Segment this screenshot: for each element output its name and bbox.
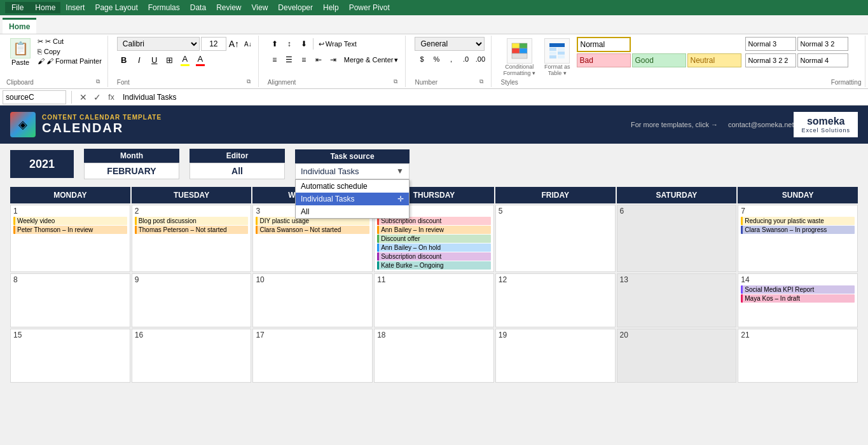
tab-home[interactable]: Home: [3, 18, 36, 34]
copy-button[interactable]: ⎘ Copy: [36, 47, 104, 56]
clipboard-expand-icon[interactable]: ⧉: [96, 78, 104, 86]
underline-button[interactable]: U: [148, 53, 162, 67]
font-size-input[interactable]: [201, 37, 226, 51]
align-bottom-button[interactable]: ⬇: [297, 37, 311, 51]
wrap-text-icon: ↩: [319, 40, 324, 48]
border-button[interactable]: ⊞: [163, 53, 177, 67]
menu-power-pivot[interactable]: Power Pivot: [344, 2, 395, 13]
task-source-dropdown[interactable]: Individual Tasks ▼: [295, 163, 410, 179]
percent-button[interactable]: %: [429, 53, 443, 65]
cell-wed-17[interactable]: 17: [252, 329, 373, 383]
normal32-style[interactable]: Normal 3 2: [797, 37, 848, 51]
menu-home[interactable]: Home: [30, 2, 60, 13]
formula-input[interactable]: [120, 90, 865, 104]
someka-logo[interactable]: someka Excel Solutions: [794, 112, 858, 137]
font-expand-icon[interactable]: ⧉: [247, 78, 254, 86]
fill-color-button[interactable]: A: [178, 53, 192, 67]
date-10: 10: [256, 275, 369, 284]
cut-button[interactable]: ✂ ✂ Cut: [36, 37, 104, 46]
normal4-style[interactable]: Normal 4: [797, 53, 848, 67]
date-7: 7: [741, 207, 855, 216]
align-middle-button[interactable]: ↕: [282, 37, 296, 51]
cell-sun-14[interactable]: 14 Social Media KPI Report Maya Kos – In…: [738, 273, 858, 327]
dropdown-option-individual[interactable]: Individual Tasks ✛: [296, 193, 409, 205]
bold-button[interactable]: B: [117, 53, 131, 67]
normal-style-input[interactable]: [577, 37, 631, 52]
cell-tue-16[interactable]: 16: [132, 329, 252, 383]
template-link[interactable]: For more templates, click →: [631, 121, 718, 128]
merge-dropdown-icon[interactable]: ▾: [394, 56, 398, 64]
cell-fri-5[interactable]: 5: [495, 205, 616, 272]
font-color-button[interactable]: A: [193, 53, 207, 67]
cell-tue-2[interactable]: 2 Blog post discussion Thomas Peterson –…: [132, 205, 252, 272]
increase-font-button[interactable]: A↑: [228, 38, 240, 50]
decrease-font-button[interactable]: A↓: [242, 38, 254, 50]
year-button[interactable]: 2021: [10, 150, 74, 178]
app-logo-icon: ◈: [10, 112, 36, 137]
insert-function-button[interactable]: fx: [105, 91, 118, 104]
dropdown-option-auto[interactable]: Automatic schedule: [296, 180, 409, 193]
task-source-value-text: Individual Tasks: [301, 167, 359, 176]
align-right-button[interactable]: ≡: [297, 53, 311, 67]
increase-decimal-button[interactable]: .00: [473, 53, 487, 65]
cell-fri-12[interactable]: 12: [495, 273, 616, 327]
event-ann-bailey-review: Ann Bailey – In review: [377, 226, 491, 234]
name-box-input[interactable]: [3, 90, 66, 104]
menu-help[interactable]: Help: [318, 2, 344, 13]
neutral-style[interactable]: Neutral: [687, 53, 741, 67]
header-subtitle: CONTENT CALENDAR TEMPLATE: [42, 114, 162, 121]
menu-formulas[interactable]: Formulas: [143, 2, 185, 13]
menu-developer[interactable]: Developer: [273, 2, 318, 13]
alignment-expand-icon[interactable]: ⧉: [394, 78, 401, 86]
align-center-button[interactable]: ☰: [282, 53, 296, 67]
contact-info: contact@someka.net: [728, 121, 794, 128]
cell-sat-13[interactable]: 13: [617, 273, 737, 327]
date-5: 5: [499, 207, 612, 216]
merge-center-button[interactable]: Merge & Center ▾: [341, 54, 402, 66]
good-style[interactable]: Good: [632, 53, 686, 67]
decrease-decimal-button[interactable]: .0: [458, 53, 472, 65]
increase-indent-button[interactable]: ⇥: [326, 53, 340, 67]
menu-insert[interactable]: Insert: [60, 2, 90, 13]
cell-tue-9[interactable]: 9: [132, 273, 252, 327]
comma-button[interactable]: ,: [444, 53, 458, 65]
wrap-text-button[interactable]: ↩ Wrap Text: [315, 38, 360, 50]
dropdown-option-all[interactable]: All: [296, 205, 409, 218]
align-left-button[interactable]: ≡: [268, 53, 282, 67]
cell-fri-19[interactable]: 19: [495, 329, 616, 383]
font-group-label: Font: [117, 78, 130, 86]
cell-thu-18[interactable]: 18: [374, 329, 494, 383]
cell-sun-7[interactable]: 7 Reducing your plastic waste Clara Swan…: [738, 205, 858, 272]
number-format-select[interactable]: General: [415, 37, 485, 51]
svg-rect-0: [512, 43, 520, 48]
font-name-select[interactable]: Calibri: [117, 37, 200, 51]
bad-style[interactable]: Bad: [577, 53, 631, 67]
conditional-formatting-button[interactable]: ConditionalFormatting ▾: [500, 37, 538, 78]
number-expand-icon[interactable]: ⧉: [479, 78, 487, 86]
menu-data[interactable]: Data: [185, 2, 211, 13]
cell-wed-10[interactable]: 10: [252, 273, 373, 327]
cell-thu-11[interactable]: 11: [374, 273, 494, 327]
cancel-formula-button[interactable]: ✕: [77, 91, 90, 104]
cell-mon-8[interactable]: 8: [10, 273, 130, 327]
confirm-formula-button[interactable]: ✓: [91, 91, 104, 104]
decrease-indent-button[interactable]: ⇤: [312, 53, 326, 67]
cell-sat-6[interactable]: 6: [617, 205, 737, 272]
normal3-style[interactable]: Normal 3: [745, 37, 796, 51]
menu-file[interactable]: File: [5, 2, 30, 13]
menu-page-layout[interactable]: Page Layout: [90, 2, 142, 13]
cell-sat-20[interactable]: 20: [617, 329, 737, 383]
italic-button[interactable]: I: [132, 53, 146, 67]
menu-view[interactable]: View: [247, 2, 273, 13]
cell-mon-15[interactable]: 15: [10, 329, 130, 383]
cell-sun-21[interactable]: 21: [738, 329, 858, 383]
format-painter-button[interactable]: 🖌 🖌 Format Painter: [36, 57, 104, 65]
align-top-button[interactable]: ⬆: [268, 37, 282, 51]
cell-mon-1[interactable]: 1 Weekly video Peter Thomson – In review: [10, 205, 130, 272]
currency-button[interactable]: $: [415, 53, 429, 65]
format-as-table-button[interactable]: Format asTable ▾: [542, 37, 573, 78]
paste-button[interactable]: 📋 Paste: [6, 37, 34, 67]
copy-label: Copy: [44, 48, 60, 55]
normal322-style[interactable]: Normal 3 2 2: [745, 53, 796, 67]
menu-review[interactable]: Review: [211, 2, 246, 13]
